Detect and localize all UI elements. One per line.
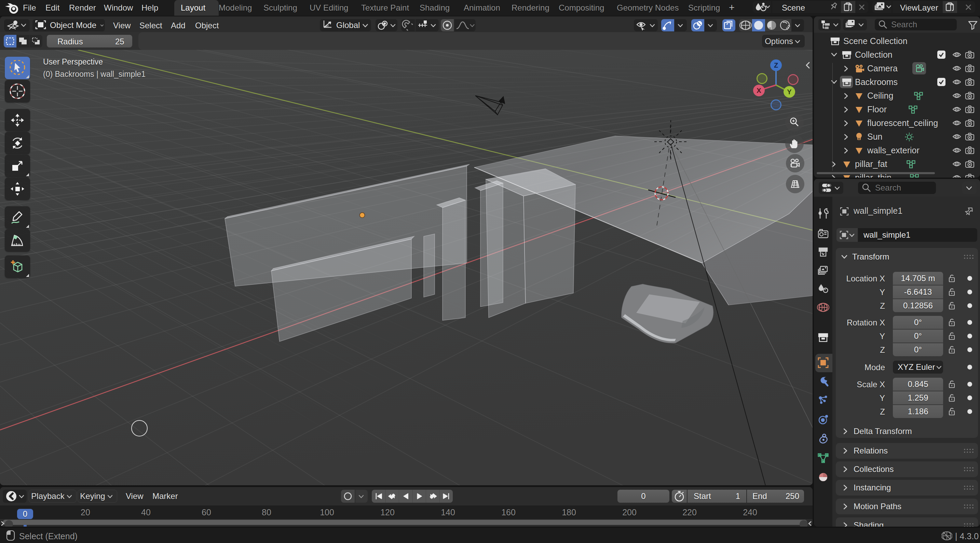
- svg-text:Z: Z: [774, 62, 778, 69]
- svg-text:X: X: [757, 87, 761, 94]
- svg-text:Y: Y: [787, 88, 792, 95]
